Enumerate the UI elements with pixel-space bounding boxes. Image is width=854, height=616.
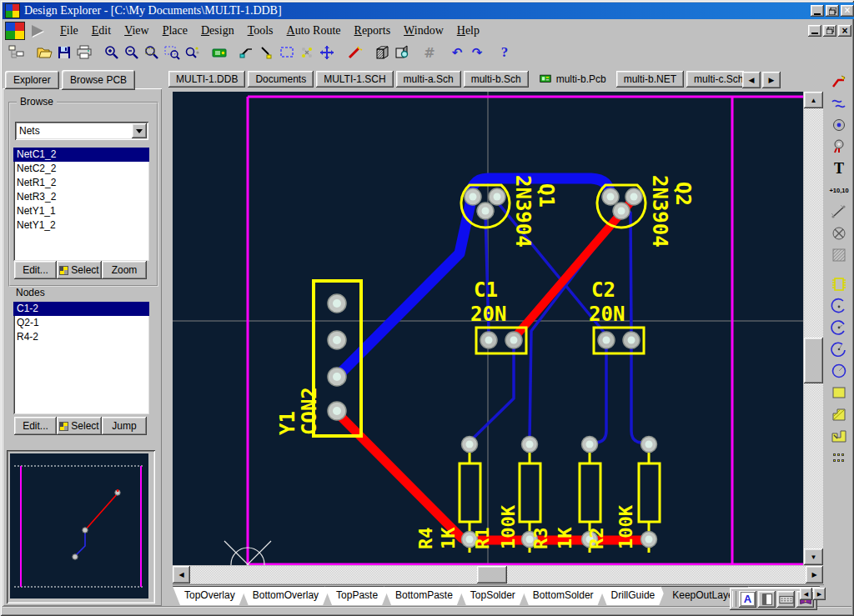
zoom-all-button[interactable] xyxy=(142,43,162,63)
layer-stack-button[interactable] xyxy=(372,43,392,63)
doc-tab-documents[interactable]: Documents xyxy=(248,71,314,88)
doc-tab-multi-c-sch[interactable]: multi-c.Sch xyxy=(686,71,744,88)
doc-tab-multi-b-pcb[interactable]: multi-b.Pcb xyxy=(531,71,614,88)
zoom-selection-button[interactable] xyxy=(182,43,202,63)
r4-comment[interactable]: 1K xyxy=(438,527,459,549)
node-item-c1-2[interactable]: C1-2 xyxy=(13,302,149,316)
y1-comment[interactable]: CON2 xyxy=(298,387,321,435)
tab-browse-pcb[interactable]: Browse PCB xyxy=(62,70,135,90)
open-document-button[interactable] xyxy=(34,43,54,63)
q1-designator[interactable]: Q1 xyxy=(535,183,558,208)
doc-close-button[interactable]: × xyxy=(838,25,851,37)
scroll-down-button[interactable]: ▼ xyxy=(804,548,823,565)
layer-tabs-scroll-right[interactable]: ▶ xyxy=(813,588,826,600)
place-arc-center-button[interactable] xyxy=(828,317,851,338)
close-button[interactable]: × xyxy=(841,5,854,17)
menu-view[interactable]: View xyxy=(118,23,156,39)
nets-edit-button[interactable]: Edit... xyxy=(14,261,57,279)
place-via-button[interactable] xyxy=(828,136,851,158)
panels-button[interactable] xyxy=(758,591,776,608)
c2-designator[interactable]: C2 xyxy=(591,278,615,302)
nets-select-button[interactable]: Select xyxy=(57,261,102,279)
tab-explorer[interactable]: Explorer xyxy=(5,71,59,89)
menu-auto-route[interactable]: Auto Route xyxy=(280,23,348,39)
layer-tab-toppaste[interactable]: TopPaste xyxy=(324,586,389,605)
layer-tab-topsolder[interactable]: TopSolder xyxy=(459,586,527,605)
deselect-button[interactable] xyxy=(297,43,317,63)
place-coordinate-button[interactable]: +10,10 xyxy=(828,179,851,201)
doc-tab-multi-1-sch[interactable]: MULTI-1.SCH xyxy=(316,71,393,88)
doc-tab-multi-b-sch[interactable]: multi-b.Sch xyxy=(464,71,529,88)
r3-designator[interactable]: R3 xyxy=(530,528,551,550)
move-object-button[interactable] xyxy=(317,43,337,63)
scroll-up-button[interactable]: ▲ xyxy=(804,92,823,108)
menu-design[interactable]: Design xyxy=(194,23,241,39)
nodes-jump-button[interactable]: Jump xyxy=(102,417,147,435)
y1-designator[interactable]: Y1 xyxy=(276,411,299,435)
c1-comment[interactable]: 20N xyxy=(470,303,506,326)
scroll-left-button[interactable]: ◀ xyxy=(173,566,190,583)
r2-comment[interactable]: 100K xyxy=(615,504,636,549)
r4-designator[interactable]: R4 xyxy=(415,528,436,550)
menu-help[interactable]: Help xyxy=(450,23,486,39)
canvas-hscrollbar[interactable]: ◀ ▶ xyxy=(173,566,823,583)
doc-tabs-scroll-left[interactable]: ◀ xyxy=(742,72,761,88)
doc-tab-multi-1-ddb[interactable]: MULTI-1.DDB xyxy=(168,71,245,88)
menu-reports[interactable]: Reports xyxy=(348,23,398,39)
browse-mode-dropdown-button[interactable] xyxy=(132,123,147,138)
canvas-vscrollbar[interactable]: ▲ ▼ xyxy=(804,92,823,565)
browse-component-button[interactable] xyxy=(209,43,229,63)
place-full-circle-button[interactable] xyxy=(828,360,851,382)
select-area-button[interactable] xyxy=(277,43,297,63)
place-keepout-button[interactable] xyxy=(828,223,851,244)
nets-zoom-button[interactable]: Zoom xyxy=(102,261,147,279)
help-button[interactable]: ? xyxy=(495,43,515,63)
layer-tabs-scroll-left[interactable]: ◀ xyxy=(800,588,812,600)
layer-tab-bottompaste[interactable]: BottomPaste xyxy=(384,586,465,605)
place-arcs-button[interactable] xyxy=(828,93,851,114)
nodes-edit-button[interactable]: Edit... xyxy=(14,417,57,435)
minimap[interactable] xyxy=(10,453,148,598)
place-string-text-button[interactable]: T xyxy=(828,158,851,179)
doc-restore-button[interactable] xyxy=(823,25,836,37)
restore-button[interactable] xyxy=(826,5,839,17)
r2-designator[interactable]: R2 xyxy=(586,528,607,550)
place-hatched-fill-button[interactable] xyxy=(828,244,851,266)
nodes-select-button[interactable]: Select xyxy=(57,417,102,435)
zoom-area-button[interactable] xyxy=(162,43,182,63)
layer-tab-bottomoverlay[interactable]: BottomOverlay xyxy=(241,586,330,605)
minimize-button[interactable] xyxy=(811,5,824,17)
undo-button[interactable]: ↶ xyxy=(447,43,467,63)
document-menu-icon[interactable] xyxy=(5,22,25,40)
place-pad-array-button[interactable] xyxy=(828,447,851,468)
net-item-netc1-2[interactable]: NetC1_2 xyxy=(13,148,149,162)
layer-tab-drillguide[interactable]: DrillGuide xyxy=(600,586,667,605)
scroll-right-button[interactable]: ▶ xyxy=(806,566,823,583)
pulldown-arrow-icon[interactable] xyxy=(32,25,43,37)
r1-designator[interactable]: R1 xyxy=(472,528,493,550)
wire-stretch-button[interactable] xyxy=(257,43,277,63)
place-component-button[interactable] xyxy=(828,273,851,295)
menu-place[interactable]: Place xyxy=(156,23,194,39)
zoom-out-button[interactable] xyxy=(122,43,142,63)
q2-designator[interactable]: Q2 xyxy=(671,182,695,206)
menu-file[interactable]: File xyxy=(53,23,85,39)
net-item-nety1-2[interactable]: NetY1_2 xyxy=(13,218,149,233)
place-pad-button[interactable] xyxy=(828,114,851,136)
text-style-button[interactable]: A xyxy=(739,591,756,608)
pcb-canvas[interactable]: C1 20N C2 20N 2N3904 Q1 2N3904 Q2 Y1 CON… xyxy=(173,92,803,565)
net-item-netr1-2[interactable]: NetR1_2 xyxy=(13,176,149,190)
q2-comment[interactable]: 2N3904 xyxy=(648,175,671,248)
place-polygon-plane-button[interactable] xyxy=(828,403,851,425)
wire-cutter-button[interactable] xyxy=(237,43,257,63)
explorer-panel-button[interactable] xyxy=(7,43,27,63)
place-route-track-button[interactable] xyxy=(828,71,851,93)
menu-window[interactable]: Window xyxy=(397,23,450,39)
node-item-q2-1[interactable]: Q2-1 xyxy=(13,316,149,330)
place-arc-edge-button[interactable] xyxy=(828,295,851,317)
toolbar-drag-handle[interactable] xyxy=(732,591,736,607)
place-fill-button[interactable] xyxy=(828,382,851,403)
autoroute-wand-button[interactable] xyxy=(344,43,364,63)
keyboard-button[interactable] xyxy=(777,591,795,608)
vscroll-thumb[interactable] xyxy=(804,338,823,383)
